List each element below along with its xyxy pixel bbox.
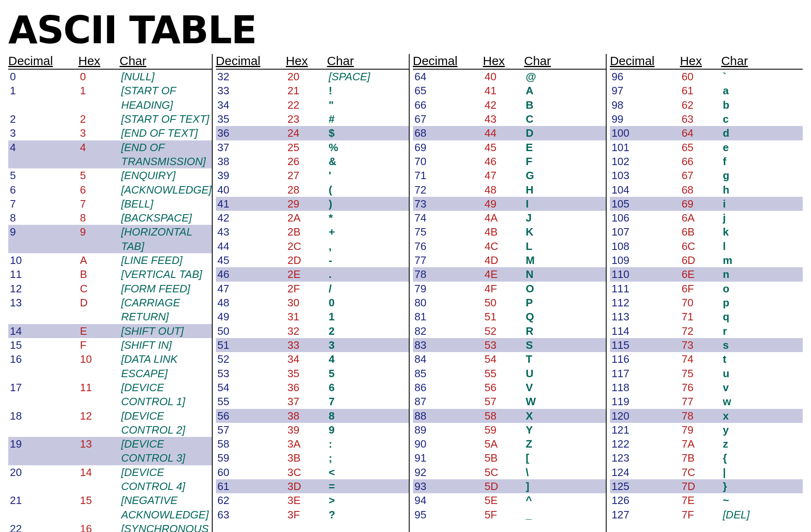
cell-char: [LINE FEED] [121, 253, 212, 267]
cell-char: ? [329, 508, 409, 522]
cell-decimal: 37 [218, 140, 288, 154]
cell-decimal: 58 [218, 437, 288, 451]
cell-char: [BACKSPACE] [121, 211, 212, 225]
cell-hex: A [80, 253, 121, 267]
cell-char: ! [329, 84, 409, 98]
header-hex: Hex [286, 54, 327, 68]
table-row: 3422" [216, 98, 409, 112]
cell-hex: 52 [485, 324, 526, 338]
cell-decimal: 121 [612, 423, 682, 437]
table-row: 432B+ [216, 225, 409, 239]
table-row: 48300 [216, 296, 409, 310]
table-row: 53355 [216, 366, 409, 380]
cell-char: { [723, 451, 803, 465]
cell-char: [DEVICE CONTROL 3] [121, 437, 212, 465]
cell-char: O [526, 282, 606, 296]
table-row: 1711[DEVICE CONTROL 1] [8, 380, 212, 409]
cell-decimal: 55 [218, 394, 288, 408]
cell-decimal: 114 [612, 324, 682, 338]
table-row: 2216[SYNCHRONOUS IDLE] [8, 522, 212, 532]
cell-char: [DEVICE CONTROL 4] [121, 465, 212, 494]
header-hex: Hex [78, 54, 120, 68]
cell-char: Q [526, 310, 606, 324]
cell-decimal: 62 [218, 493, 288, 507]
cell-decimal: 126 [612, 493, 682, 507]
cell-decimal: 82 [415, 324, 485, 338]
table-row: 10367g [610, 168, 803, 182]
cell-decimal: 49 [218, 310, 288, 324]
cell-decimal: 84 [415, 352, 485, 366]
cell-decimal: 59 [218, 451, 288, 465]
table-row: 11775u [610, 366, 803, 380]
cell-char: ^ [526, 493, 606, 507]
cell-char: D [526, 126, 606, 140]
cell-char: : [329, 437, 409, 451]
cell-decimal: 112 [612, 296, 682, 310]
header-hex: Hex [680, 54, 721, 68]
cell-char: [NULL] [121, 70, 212, 84]
cell-decimal: 7 [10, 197, 80, 211]
table-row: 623E> [216, 493, 409, 507]
cell-hex: 13 [80, 437, 121, 451]
cell-char: } [723, 479, 803, 493]
cell-decimal: 96 [612, 70, 682, 84]
cell-hex: 24 [288, 126, 329, 140]
cell-hex: 22 [288, 98, 329, 112]
cell-hex: 1 [80, 84, 121, 98]
cell-hex: 77 [682, 394, 723, 408]
cell-char: B [526, 98, 606, 112]
cell-char: [SYNCHRONOUS IDLE] [121, 522, 212, 532]
cell-hex: 6A [682, 211, 723, 225]
cell-hex: 26 [288, 154, 329, 168]
cell-decimal: 64 [415, 70, 485, 84]
cell-char: 7 [329, 394, 409, 408]
cell-decimal: 46 [218, 267, 288, 281]
cell-char: v [723, 380, 803, 394]
cell-hex: 27 [288, 168, 329, 182]
cell-hex: 3 [80, 126, 121, 140]
cell-char: 8 [329, 409, 409, 423]
header-dec: Decimal [413, 54, 483, 68]
cell-hex: 50 [485, 296, 526, 310]
table-row: 4129) [216, 197, 409, 211]
cell-hex: 2C [288, 239, 329, 253]
table-row: 3725% [216, 140, 409, 154]
table-row: 613D= [216, 479, 409, 493]
cell-decimal: 2 [10, 112, 80, 126]
cell-hex: 29 [288, 197, 329, 211]
cell-hex: 55 [485, 366, 526, 380]
cell-char: > [329, 493, 409, 507]
cell-hex: 4D [485, 253, 526, 267]
table-row: 7046F [413, 154, 606, 168]
cell-decimal: 120 [612, 409, 682, 423]
cell-char: # [329, 112, 409, 126]
table-row: 7248H [413, 183, 606, 197]
table-row: 3321! [216, 84, 409, 98]
cell-hex: 34 [288, 352, 329, 366]
cell-hex: 5D [485, 479, 526, 493]
cell-hex: 48 [485, 183, 526, 197]
cell-char: - [329, 253, 409, 267]
cell-hex: 2 [80, 112, 121, 126]
table-row: 452D- [216, 253, 409, 267]
cell-char: J [526, 211, 606, 225]
table-row: 1086Cl [610, 239, 803, 253]
cell-char: R [526, 324, 606, 338]
cell-char: f [723, 154, 803, 168]
table-row: 1106En [610, 267, 803, 281]
cell-decimal: 93 [415, 479, 485, 493]
cell-char: k [723, 225, 803, 239]
cell-hex: 71 [682, 310, 723, 324]
cell-decimal: 54 [218, 380, 288, 394]
table-row: 3624$ [216, 126, 409, 140]
cell-hex: 8 [80, 211, 121, 225]
cell-char: K [526, 225, 606, 239]
cell-hex: B [80, 267, 121, 281]
table-row: 7147G [413, 168, 606, 182]
cell-hex: 7A [682, 437, 723, 451]
cell-char: [DEVICE CONTROL 2] [121, 409, 212, 437]
table-row: 6440@ [413, 70, 606, 84]
cell-char: M [526, 253, 606, 267]
cell-decimal: 40 [218, 183, 288, 197]
cell-decimal: 69 [415, 140, 485, 154]
